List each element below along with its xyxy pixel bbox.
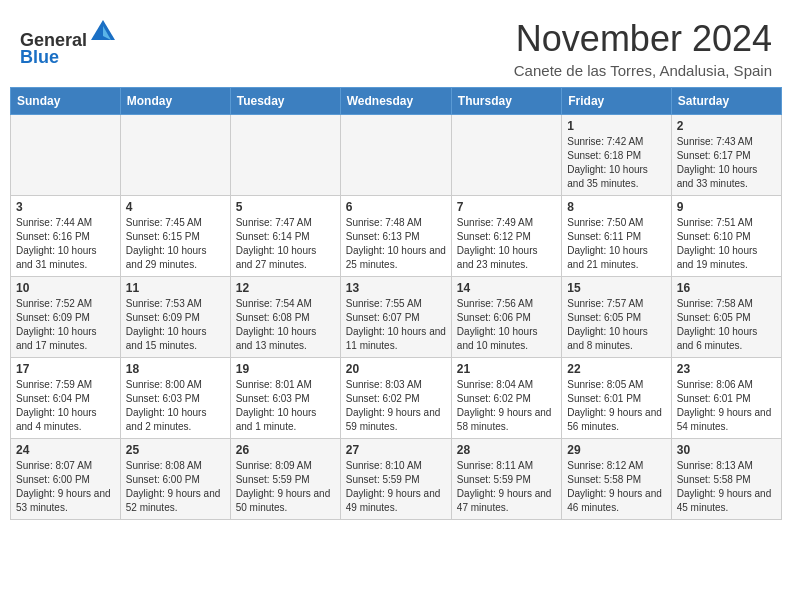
week-row-5: 24Sunrise: 8:07 AM Sunset: 6:00 PM Dayli… (11, 439, 782, 520)
calendar-cell: 22Sunrise: 8:05 AM Sunset: 6:01 PM Dayli… (562, 358, 671, 439)
calendar-cell: 24Sunrise: 8:07 AM Sunset: 6:00 PM Dayli… (11, 439, 121, 520)
day-info: Sunrise: 7:50 AM Sunset: 6:11 PM Dayligh… (567, 216, 665, 272)
calendar-cell (230, 115, 340, 196)
day-info: Sunrise: 8:00 AM Sunset: 6:03 PM Dayligh… (126, 378, 225, 434)
calendar-cell: 11Sunrise: 7:53 AM Sunset: 6:09 PM Dayli… (120, 277, 230, 358)
calendar-cell: 19Sunrise: 8:01 AM Sunset: 6:03 PM Dayli… (230, 358, 340, 439)
calendar-cell (11, 115, 121, 196)
calendar-cell: 13Sunrise: 7:55 AM Sunset: 6:07 PM Dayli… (340, 277, 451, 358)
day-of-week-monday: Monday (120, 88, 230, 115)
calendar-cell: 23Sunrise: 8:06 AM Sunset: 6:01 PM Dayli… (671, 358, 781, 439)
page-header: General Blue November 2024 Canete de las… (0, 0, 792, 87)
day-info: Sunrise: 7:57 AM Sunset: 6:05 PM Dayligh… (567, 297, 665, 353)
day-info: Sunrise: 8:08 AM Sunset: 6:00 PM Dayligh… (126, 459, 225, 515)
week-row-4: 17Sunrise: 7:59 AM Sunset: 6:04 PM Dayli… (11, 358, 782, 439)
day-number: 5 (236, 200, 335, 214)
day-number: 23 (677, 362, 776, 376)
day-info: Sunrise: 8:09 AM Sunset: 5:59 PM Dayligh… (236, 459, 335, 515)
day-of-week-thursday: Thursday (451, 88, 561, 115)
calendar-cell: 25Sunrise: 8:08 AM Sunset: 6:00 PM Dayli… (120, 439, 230, 520)
day-of-week-sunday: Sunday (11, 88, 121, 115)
day-info: Sunrise: 7:43 AM Sunset: 6:17 PM Dayligh… (677, 135, 776, 191)
day-info: Sunrise: 7:49 AM Sunset: 6:12 PM Dayligh… (457, 216, 556, 272)
day-number: 22 (567, 362, 665, 376)
calendar-cell: 15Sunrise: 7:57 AM Sunset: 6:05 PM Dayli… (562, 277, 671, 358)
day-of-week-tuesday: Tuesday (230, 88, 340, 115)
day-info: Sunrise: 8:04 AM Sunset: 6:02 PM Dayligh… (457, 378, 556, 434)
calendar-cell: 10Sunrise: 7:52 AM Sunset: 6:09 PM Dayli… (11, 277, 121, 358)
location: Canete de las Torres, Andalusia, Spain (514, 62, 772, 79)
day-number: 14 (457, 281, 556, 295)
day-info: Sunrise: 7:42 AM Sunset: 6:18 PM Dayligh… (567, 135, 665, 191)
day-number: 26 (236, 443, 335, 457)
calendar-cell: 21Sunrise: 8:04 AM Sunset: 6:02 PM Dayli… (451, 358, 561, 439)
calendar-cell: 9Sunrise: 7:51 AM Sunset: 6:10 PM Daylig… (671, 196, 781, 277)
month-title: November 2024 (514, 18, 772, 60)
day-info: Sunrise: 8:10 AM Sunset: 5:59 PM Dayligh… (346, 459, 446, 515)
day-info: Sunrise: 8:07 AM Sunset: 6:00 PM Dayligh… (16, 459, 115, 515)
day-number: 19 (236, 362, 335, 376)
day-number: 18 (126, 362, 225, 376)
day-info: Sunrise: 8:05 AM Sunset: 6:01 PM Dayligh… (567, 378, 665, 434)
day-info: Sunrise: 8:01 AM Sunset: 6:03 PM Dayligh… (236, 378, 335, 434)
day-of-week-saturday: Saturday (671, 88, 781, 115)
day-info: Sunrise: 7:54 AM Sunset: 6:08 PM Dayligh… (236, 297, 335, 353)
day-info: Sunrise: 8:11 AM Sunset: 5:59 PM Dayligh… (457, 459, 556, 515)
calendar-cell: 12Sunrise: 7:54 AM Sunset: 6:08 PM Dayli… (230, 277, 340, 358)
day-info: Sunrise: 8:06 AM Sunset: 6:01 PM Dayligh… (677, 378, 776, 434)
day-number: 20 (346, 362, 446, 376)
week-row-3: 10Sunrise: 7:52 AM Sunset: 6:09 PM Dayli… (11, 277, 782, 358)
calendar-cell: 14Sunrise: 7:56 AM Sunset: 6:06 PM Dayli… (451, 277, 561, 358)
week-row-1: 1Sunrise: 7:42 AM Sunset: 6:18 PM Daylig… (11, 115, 782, 196)
day-number: 8 (567, 200, 665, 214)
day-number: 1 (567, 119, 665, 133)
calendar-cell: 4Sunrise: 7:45 AM Sunset: 6:15 PM Daylig… (120, 196, 230, 277)
calendar-cell: 1Sunrise: 7:42 AM Sunset: 6:18 PM Daylig… (562, 115, 671, 196)
day-info: Sunrise: 7:56 AM Sunset: 6:06 PM Dayligh… (457, 297, 556, 353)
day-number: 25 (126, 443, 225, 457)
calendar-cell: 27Sunrise: 8:10 AM Sunset: 5:59 PM Dayli… (340, 439, 451, 520)
calendar-cell: 18Sunrise: 8:00 AM Sunset: 6:03 PM Dayli… (120, 358, 230, 439)
calendar-cell: 28Sunrise: 8:11 AM Sunset: 5:59 PM Dayli… (451, 439, 561, 520)
calendar-table: SundayMondayTuesdayWednesdayThursdayFrid… (10, 87, 782, 520)
day-info: Sunrise: 7:44 AM Sunset: 6:16 PM Dayligh… (16, 216, 115, 272)
day-info: Sunrise: 8:13 AM Sunset: 5:58 PM Dayligh… (677, 459, 776, 515)
day-info: Sunrise: 7:51 AM Sunset: 6:10 PM Dayligh… (677, 216, 776, 272)
day-info: Sunrise: 8:03 AM Sunset: 6:02 PM Dayligh… (346, 378, 446, 434)
day-number: 12 (236, 281, 335, 295)
day-number: 16 (677, 281, 776, 295)
day-number: 27 (346, 443, 446, 457)
day-number: 6 (346, 200, 446, 214)
title-block: November 2024 Canete de las Torres, Anda… (514, 18, 772, 79)
calendar-cell (340, 115, 451, 196)
day-info: Sunrise: 7:55 AM Sunset: 6:07 PM Dayligh… (346, 297, 446, 353)
day-number: 24 (16, 443, 115, 457)
day-of-week-wednesday: Wednesday (340, 88, 451, 115)
calendar-wrapper: SundayMondayTuesdayWednesdayThursdayFrid… (0, 87, 792, 530)
calendar-cell: 30Sunrise: 8:13 AM Sunset: 5:58 PM Dayli… (671, 439, 781, 520)
calendar-cell: 2Sunrise: 7:43 AM Sunset: 6:17 PM Daylig… (671, 115, 781, 196)
day-number: 7 (457, 200, 556, 214)
calendar-cell (120, 115, 230, 196)
day-number: 17 (16, 362, 115, 376)
day-number: 10 (16, 281, 115, 295)
day-info: Sunrise: 7:59 AM Sunset: 6:04 PM Dayligh… (16, 378, 115, 434)
day-info: Sunrise: 7:48 AM Sunset: 6:13 PM Dayligh… (346, 216, 446, 272)
calendar-cell: 26Sunrise: 8:09 AM Sunset: 5:59 PM Dayli… (230, 439, 340, 520)
day-number: 3 (16, 200, 115, 214)
week-row-2: 3Sunrise: 7:44 AM Sunset: 6:16 PM Daylig… (11, 196, 782, 277)
calendar-cell: 16Sunrise: 7:58 AM Sunset: 6:05 PM Dayli… (671, 277, 781, 358)
day-number: 30 (677, 443, 776, 457)
calendar-cell (451, 115, 561, 196)
day-number: 15 (567, 281, 665, 295)
day-info: Sunrise: 7:58 AM Sunset: 6:05 PM Dayligh… (677, 297, 776, 353)
logo-icon (89, 18, 117, 46)
logo: General Blue (20, 18, 117, 68)
day-number: 13 (346, 281, 446, 295)
day-number: 28 (457, 443, 556, 457)
calendar-cell: 3Sunrise: 7:44 AM Sunset: 6:16 PM Daylig… (11, 196, 121, 277)
day-of-week-friday: Friday (562, 88, 671, 115)
calendar-cell: 20Sunrise: 8:03 AM Sunset: 6:02 PM Dayli… (340, 358, 451, 439)
calendar-cell: 6Sunrise: 7:48 AM Sunset: 6:13 PM Daylig… (340, 196, 451, 277)
day-number: 2 (677, 119, 776, 133)
